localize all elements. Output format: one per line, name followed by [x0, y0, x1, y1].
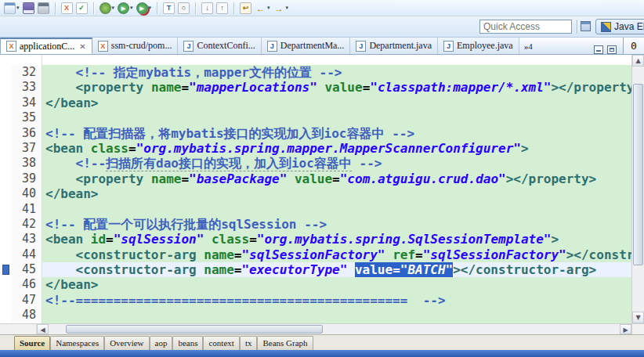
code-line[interactable]: 36<!-- 配置扫描器，将mybatis接口的实现加入到ioc容器中 --> — [0, 126, 631, 141]
line-number[interactable]: 45 — [11, 262, 42, 277]
code-rows[interactable]: 32 <!-- 指定mybatis，mapper文件的位置 -->33 <pro… — [0, 55, 631, 323]
vertical-scroll-track[interactable] — [632, 67, 644, 312]
code-text[interactable]: <bean class="org.mybatis.spring.mapper.M… — [42, 141, 631, 156]
line-number[interactable]: 39 — [11, 171, 42, 186]
line-number[interactable]: 35 — [11, 110, 42, 125]
code-text[interactable]: </bean> — [42, 277, 631, 292]
tab-close-icon[interactable]: ✕ — [79, 42, 85, 51]
new-wizard-button[interactable]: ▾ — [3, 2, 20, 15]
search-button[interactable] — [177, 2, 190, 15]
dropdown-caret-icon[interactable]: ▾ — [149, 5, 152, 11]
forward-button[interactable]: ▾ — [273, 2, 290, 15]
code-line[interactable]: 45 <constructor-arg name="executorType" … — [0, 262, 631, 277]
code-line[interactable]: 39 <property name="basePackage" value="c… — [0, 171, 631, 186]
minimize-view-button[interactable] — [594, 45, 603, 54]
back-button[interactable]: ▾ — [254, 2, 271, 15]
editor-tab[interactable]: DepartmentMa... — [262, 38, 351, 54]
java-ee-perspective-button[interactable]: Java EE — [595, 19, 644, 34]
last-edit-location-button[interactable] — [239, 2, 252, 15]
bottom-tab-source[interactable]: Source — [14, 336, 50, 350]
vertical-scrollbar[interactable]: ▲ ▼ — [631, 55, 644, 334]
code-text[interactable]: <property name="mapperLocations" value="… — [42, 80, 631, 95]
bottom-tab-namespaces[interactable]: Namespaces — [50, 336, 104, 350]
line-number[interactable]: 47 — [11, 293, 42, 308]
bottom-tab-beans-graph[interactable]: Beans Graph — [257, 336, 313, 350]
dropdown-caret-icon[interactable]: ▾ — [112, 5, 115, 11]
code-text[interactable]: <!--扫描所有dao接口的实现，加入到ioc容器中 --> — [42, 156, 631, 171]
prev-annotation-button[interactable] — [215, 2, 229, 15]
bottom-tab-aop[interactable]: aop — [150, 336, 173, 350]
code-line[interactable]: 35 — [0, 110, 631, 125]
code-line[interactable]: 44 <constructor-arg name="sqlSessionFact… — [0, 247, 631, 262]
new-xml-file-button[interactable] — [60, 2, 74, 15]
code-text[interactable]: <bean id="sqlSession" class="org.mybatis… — [42, 232, 631, 247]
code-text[interactable] — [42, 110, 631, 125]
code-line[interactable]: 46</bean> — [0, 277, 631, 292]
bottom-tab-beans[interactable]: beans — [172, 336, 203, 350]
line-number[interactable]: 36 — [11, 126, 42, 141]
code-text[interactable]: <constructor-arg name="sqlSessionFactory… — [42, 247, 631, 262]
code-text[interactable] — [42, 308, 631, 323]
scroll-down-arrow-icon[interactable]: ▼ — [632, 312, 644, 323]
horizontal-scroll-track[interactable] — [49, 324, 620, 334]
maximize-view-button[interactable] — [607, 45, 617, 54]
code-line[interactable]: 42<!-- 配置一个可以执行批量的sqlSession --> — [0, 217, 631, 232]
scroll-left-arrow-icon[interactable]: ◀ — [37, 324, 49, 334]
scroll-right-arrow-icon[interactable]: ▶ — [620, 324, 631, 334]
validate-button[interactable] — [75, 2, 89, 15]
open-perspective-icon[interactable] — [581, 21, 591, 31]
code-line[interactable]: 40</bean> — [0, 186, 631, 201]
line-number[interactable]: 32 — [11, 65, 42, 80]
editor-tab[interactable]: ssm-crud/pom... — [92, 38, 179, 54]
next-annotation-button[interactable] — [201, 2, 214, 15]
code-line[interactable]: 47<!--==================================… — [0, 293, 631, 308]
editor-tab[interactable]: ContextConfi... — [178, 38, 261, 54]
vertical-scroll-thumb[interactable] — [633, 84, 643, 265]
dropdown-caret-icon[interactable]: ▾ — [267, 5, 270, 11]
line-number[interactable]: 34 — [11, 96, 42, 110]
line-number[interactable]: 42 — [11, 217, 42, 232]
run-button[interactable]: ▾ — [117, 2, 134, 15]
print-button[interactable] — [37, 2, 50, 15]
bottom-tab-context[interactable]: context — [203, 336, 239, 350]
horizontal-scroll-thumb[interactable] — [66, 325, 323, 334]
scroll-up-arrow-icon[interactable]: ▲ — [632, 55, 644, 67]
line-number[interactable]: 40 — [11, 186, 42, 201]
code-text[interactable]: </bean> — [42, 186, 631, 201]
line-number[interactable]: 41 — [11, 202, 42, 217]
code-line[interactable]: 38 <!--扫描所有dao接口的实现，加入到ioc容器中 --> — [0, 156, 631, 171]
code-text[interactable]: </bean> — [42, 96, 631, 110]
line-number[interactable]: 48 — [11, 308, 42, 323]
code-line[interactable]: 48 — [0, 308, 631, 323]
code-line[interactable]: 37<bean class="org.mybatis.spring.mapper… — [0, 141, 631, 156]
code-text[interactable]: <!-- 配置一个可以执行批量的sqlSession --> — [42, 217, 631, 232]
code-text[interactable] — [42, 202, 631, 217]
bottom-tab-tx[interactable]: tx — [240, 336, 258, 350]
code-line[interactable]: 41 — [0, 202, 631, 217]
code-text[interactable]: <!--====================================… — [42, 293, 631, 308]
external-tools-button[interactable]: ▾ — [136, 2, 153, 15]
code-text[interactable]: <!-- 配置扫描器，将mybatis接口的实现加入到ioc容器中 --> — [42, 126, 631, 141]
dropdown-caret-icon[interactable]: ▾ — [16, 5, 20, 11]
collapsed-pane-label[interactable]: 0 — [623, 38, 644, 54]
editor-tab[interactable]: Employee.java — [438, 38, 519, 54]
dropdown-caret-icon[interactable]: ▾ — [130, 5, 133, 11]
open-type-button[interactable] — [162, 2, 175, 15]
line-number[interactable]: 44 — [11, 247, 42, 262]
debug-button[interactable]: ▾ — [99, 2, 116, 15]
code-line[interactable]: 33 <property name="mapperLocations" valu… — [0, 80, 631, 95]
bottom-tab-overview[interactable]: Overview — [104, 336, 149, 350]
line-number[interactable]: 33 — [11, 80, 42, 95]
code-text[interactable]: <property name="basePackage" value="com.… — [42, 171, 631, 186]
line-number[interactable]: 46 — [11, 277, 42, 292]
code-line[interactable]: 32 <!-- 指定mybatis，mapper文件的位置 --> — [0, 65, 631, 80]
code-line[interactable]: 34</bean> — [0, 96, 631, 110]
editor-tab[interactable]: applicationC...✕ — [0, 38, 92, 54]
line-number[interactable]: 37 — [11, 141, 42, 156]
code-line[interactable]: 43<bean id="sqlSession" class="org.mybat… — [0, 232, 631, 247]
save-button[interactable] — [22, 2, 35, 15]
quick-access-input[interactable] — [479, 20, 572, 34]
horizontal-scrollbar[interactable]: ◀ ▶ — [0, 323, 631, 334]
code-text[interactable]: <!-- 指定mybatis，mapper文件的位置 --> — [42, 65, 631, 80]
code-text[interactable]: <constructor-arg name="executorType" val… — [42, 262, 631, 277]
